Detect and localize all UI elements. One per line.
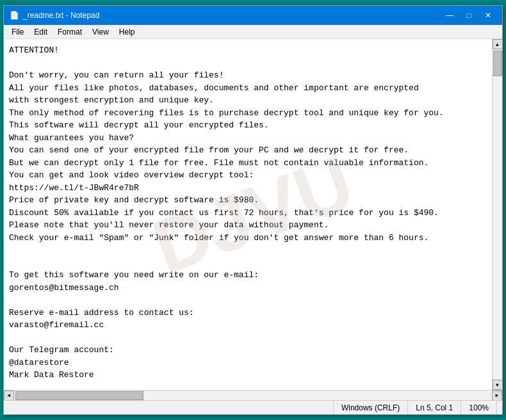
scroll-right-button[interactable]: ► — [492, 391, 502, 401]
scroll-left-button[interactable]: ◄ — [4, 391, 14, 401]
scroll-up-button[interactable]: ▲ — [493, 39, 503, 49]
menu-format[interactable]: Format — [53, 26, 87, 38]
bottom-area: ◄ ► Windows (CRLF) Ln 5, Col 1 100% — [4, 390, 502, 414]
menu-edit[interactable]: Edit — [29, 26, 53, 38]
status-bar: Windows (CRLF) Ln 5, Col 1 100% — [4, 400, 502, 414]
scroll-track-x — [14, 391, 492, 400]
title-bar: 📄 _readme.txt - Notepad — □ ✕ — [4, 6, 502, 25]
minimize-button[interactable]: — — [441, 9, 459, 22]
vertical-scrollbar[interactable]: ▲ ▼ — [492, 39, 502, 390]
text-editor[interactable] — [4, 39, 492, 390]
scroll-track-y — [493, 49, 502, 380]
scroll-thumb-x[interactable] — [15, 391, 143, 400]
status-empty — [9, 401, 334, 414]
window-controls: — □ ✕ — [441, 9, 497, 22]
status-zoom: 100% — [461, 401, 497, 414]
scroll-down-button[interactable]: ▼ — [493, 380, 503, 390]
maximize-button[interactable]: □ — [460, 9, 478, 22]
window-icon: 📄 — [9, 10, 19, 20]
status-encoding: Windows (CRLF) — [334, 401, 408, 414]
close-button[interactable]: ✕ — [479, 9, 497, 22]
window-title: _readme.txt - Notepad — [23, 11, 441, 20]
status-position: Ln 5, Col 1 — [408, 401, 461, 414]
scroll-thumb-y[interactable] — [493, 51, 502, 76]
content-area: DJVU ▲ ▼ — [4, 39, 502, 390]
menu-bar: File Edit Format View Help — [4, 25, 502, 39]
menu-help[interactable]: Help — [114, 26, 140, 38]
notepad-window: 📄 _readme.txt - Notepad — □ ✕ File Edit … — [3, 5, 503, 415]
horizontal-scrollbar[interactable]: ◄ ► — [4, 390, 502, 400]
menu-file[interactable]: File — [6, 26, 29, 38]
menu-view[interactable]: View — [87, 26, 114, 38]
